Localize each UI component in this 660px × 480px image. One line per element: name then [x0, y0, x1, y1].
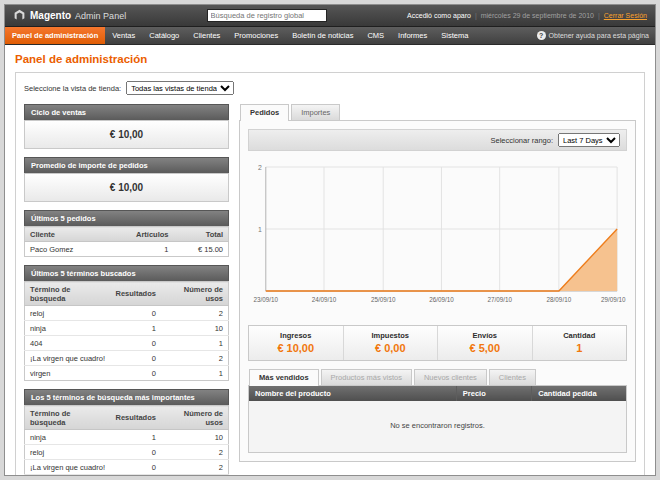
- x-axis-label: 23/09/10: [254, 296, 279, 303]
- cell-results: 0: [111, 475, 161, 477]
- stat-value: € 5,00: [438, 342, 532, 354]
- tab-pedidos[interactable]: Pedidos: [240, 104, 289, 121]
- content-area: Panel de administración Seleccione la vi…: [5, 45, 655, 476]
- current-date: miércoles 29 de septiembre de 2010: [481, 12, 594, 19]
- tab-importes[interactable]: Importes: [291, 104, 340, 120]
- dashboard-main: Pedidos Importes Seleccionar rango: Last…: [239, 104, 636, 462]
- chart-wrap: 2 1 23/09/10 24/09/10 25/09/10 26/09/10 …: [248, 151, 627, 317]
- logout-link[interactable]: Cerrar Sesión: [604, 12, 647, 19]
- tab-mas-vendidos[interactable]: Más vendidos: [249, 369, 319, 386]
- nav-item-clientes[interactable]: Clientes: [186, 27, 227, 44]
- products-grid: Nombre del producto Precio Cantidad pedi…: [248, 385, 627, 453]
- table-row[interactable]: reloj 0 2: [25, 306, 229, 321]
- table-row[interactable]: Paco Gomez 1 € 15.00: [25, 242, 229, 257]
- table-row[interactable]: 404 0 1: [25, 336, 229, 351]
- table-row[interactable]: ¡La virgen que cuadro! 0 2: [25, 351, 229, 366]
- nav-item-cms[interactable]: CMS: [360, 27, 391, 44]
- stat-label: Ingresos: [249, 331, 343, 340]
- cell-results: 0: [111, 460, 161, 475]
- cell-term: 404: [25, 336, 111, 351]
- tab-clientes[interactable]: Clientes: [489, 369, 536, 385]
- nav-item-catalogo[interactable]: Catálogo: [142, 27, 186, 44]
- cell-term: ninja: [25, 321, 111, 336]
- grid-tabs: Más vendidos Productos más vistos Nuevos…: [248, 369, 627, 385]
- nav-item-promociones[interactable]: Promociones: [227, 27, 285, 44]
- tab-productos-mas-vistos[interactable]: Productos más vistos: [321, 369, 412, 385]
- stat-envios: Envíos € 5,00: [437, 326, 532, 360]
- brand-suffix: Admin Panel: [75, 11, 126, 21]
- table-row[interactable]: ninja 1 10: [25, 321, 229, 336]
- table-row[interactable]: virgen 0 1: [25, 366, 229, 381]
- lifetime-sales-title: Ciclo de ventas: [24, 104, 229, 120]
- y-axis-label: 2: [258, 164, 262, 171]
- column-header: Resultados: [111, 282, 161, 306]
- column-header: Término de búsqueda: [25, 406, 111, 430]
- nav-item-informes[interactable]: Informes: [391, 27, 434, 44]
- cell-results: 0: [111, 351, 161, 366]
- table-header-row: Término de búsqueda Resultados Número de…: [25, 282, 229, 306]
- stat-impuestos: Impuestos € 0,00: [343, 326, 438, 360]
- page-title: Panel de administración: [15, 53, 645, 65]
- last-search-terms-table: Término de búsqueda Resultados Número de…: [24, 281, 229, 381]
- store-switcher-label: Seleccione la vista de tienda:: [24, 84, 121, 93]
- tab-nuevos-clientes[interactable]: Nuevos clientes: [414, 369, 487, 385]
- column-header: Precio: [456, 386, 531, 401]
- range-label: Seleccionar rango:: [490, 136, 553, 145]
- cell-term: 404: [25, 475, 111, 477]
- orders-chart: 2 1 23/09/10 24/09/10 25/09/10 26/09/10 …: [250, 159, 625, 317]
- help-label: Obtener ayuda para esta página: [549, 32, 649, 39]
- user-info: Accedió como aparo | miércoles 29 de sep…: [407, 12, 647, 19]
- last-orders-title: Últimos 5 pedidos: [24, 210, 229, 226]
- products-table: Nombre del producto Precio Cantidad pedi…: [249, 386, 626, 452]
- totals-bar: Ingresos € 10,00 Impuestos € 0,00 Envíos…: [248, 325, 627, 361]
- column-header: Resultados: [111, 406, 161, 430]
- nav-item-sistema[interactable]: Sistema: [434, 27, 475, 44]
- top-search-terms-box: Los 5 términos de búsqueda más important…: [24, 389, 229, 476]
- nav-item-dashboard[interactable]: Panel de administración: [5, 27, 105, 44]
- cell-results: 0: [111, 366, 161, 381]
- cell-total: € 15.00: [174, 242, 229, 257]
- last-search-terms-title: Últimos 5 términos buscados: [24, 265, 229, 281]
- store-switcher-select[interactable]: Todas las vistas de tienda: [126, 81, 234, 95]
- average-orders-value: € 10,00: [24, 173, 229, 202]
- global-search-input[interactable]: [207, 9, 327, 22]
- chart-tabs: Pedidos Importes: [239, 104, 636, 120]
- cell-uses: 10: [161, 430, 229, 445]
- cell-term: reloj: [25, 445, 111, 460]
- table-row[interactable]: ¡La virgen que cuadro! 0 2: [25, 460, 229, 475]
- lifetime-sales-box: Ciclo de ventas € 10,00: [24, 104, 229, 149]
- cell-customer: Paco Gomez: [25, 242, 108, 257]
- nav-item-boletin[interactable]: Boletín de noticias: [285, 27, 360, 44]
- cell-results: 0: [111, 445, 161, 460]
- stat-label: Impuestos: [344, 331, 438, 340]
- stat-value: € 10,00: [249, 342, 343, 354]
- help-icon: [537, 31, 546, 40]
- top-search-terms-table: Término de búsqueda Resultados Número de…: [24, 405, 229, 476]
- stat-ingresos: Ingresos € 10,00: [249, 326, 343, 360]
- logo: Magento Admin Panel: [13, 9, 126, 22]
- x-axis-label: 29/09/10: [601, 296, 626, 303]
- chart-gridlines: [266, 167, 617, 291]
- table-header-row: Cliente Artículos Total: [25, 227, 229, 242]
- column-header: Nombre del producto: [249, 386, 456, 401]
- table-row[interactable]: 404 0 1: [25, 475, 229, 477]
- nav-item-ventas[interactable]: Ventas: [105, 27, 142, 44]
- last-search-terms-box: Últimos 5 términos buscados Término de b…: [24, 265, 229, 381]
- cell-uses: 2: [161, 306, 229, 321]
- lifetime-sales-value: € 10,00: [24, 120, 229, 149]
- dashboard-columns: Ciclo de ventas € 10,00 Promedio de impo…: [24, 104, 636, 476]
- cell-uses: 2: [161, 460, 229, 475]
- table-row[interactable]: ninja 1 10: [25, 430, 229, 445]
- column-header: Cliente: [25, 227, 108, 242]
- table-row[interactable]: reloj 0 2: [25, 445, 229, 460]
- column-header: Término de búsqueda: [25, 282, 111, 306]
- dashboard-sidebar: Ciclo de ventas € 10,00 Promedio de impo…: [24, 104, 229, 476]
- cell-uses: 1: [161, 475, 229, 477]
- help-link[interactable]: Obtener ayuda para esta página: [537, 27, 655, 44]
- column-header: Número de usos: [161, 282, 229, 306]
- logged-in-as: Accedió como aparo: [407, 12, 471, 19]
- range-select[interactable]: Last 7 Days: [558, 133, 620, 147]
- average-orders-box: Promedio de importe de pedidos € 10,00: [24, 157, 229, 202]
- x-axis-label: 27/09/10: [487, 296, 512, 303]
- empty-row: No se encontraron registros.: [249, 401, 626, 452]
